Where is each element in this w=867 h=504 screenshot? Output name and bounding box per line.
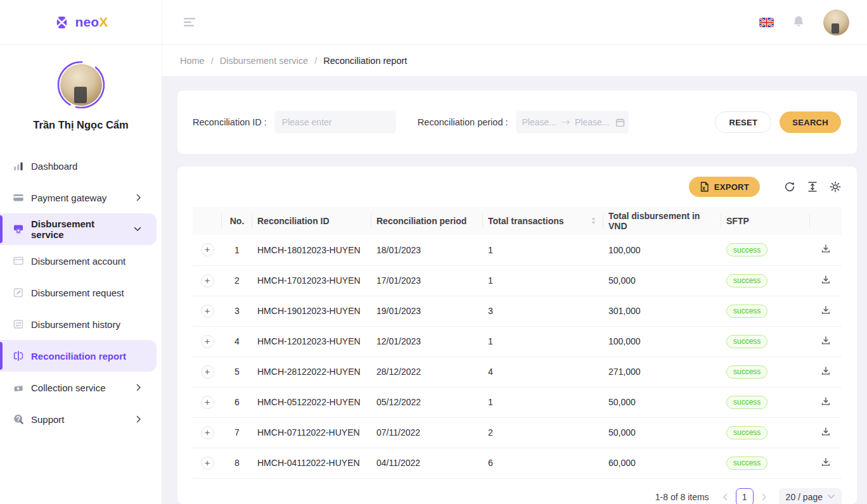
account-card-icon: [12, 255, 24, 267]
expand-row-button[interactable]: +: [201, 243, 214, 256]
search-button[interactable]: SEARCH: [780, 111, 841, 133]
sidebar-item-label: Collection service: [31, 382, 106, 393]
cell-no: 2: [222, 265, 252, 296]
chevron-down-icon: [134, 227, 141, 232]
cell-reconciliation-period: 05/12/2022: [371, 387, 483, 417]
sidebar-item-disbursement-account[interactable]: Disbursement account: [0, 245, 157, 277]
breadcrumb-disbursement-service[interactable]: Disbursement service: [220, 56, 308, 66]
cell-total-transactions: 3: [483, 296, 603, 326]
download-icon[interactable]: [821, 336, 831, 346]
expand-row-button[interactable]: +: [201, 365, 214, 379]
header-no: No.: [222, 207, 252, 235]
cell-no: 8: [222, 448, 252, 478]
sidebar-item-support[interactable]: Support: [0, 403, 157, 435]
period-end-placeholder: Please...: [575, 117, 609, 127]
sort-carets-icon[interactable]: [591, 217, 596, 227]
page-size-select[interactable]: 20 / page: [779, 488, 842, 504]
banknote-icon: [12, 382, 24, 393]
table-row: + 4 HMCH-12012023-HUYEN 12/01/2023 1 100…: [193, 326, 842, 356]
download-icon[interactable]: [821, 457, 831, 467]
download-icon[interactable]: [821, 275, 831, 285]
sidebar-item-collection-service[interactable]: Collection service: [0, 372, 157, 403]
header-expand: [193, 207, 222, 235]
cell-total-transactions: 4: [483, 356, 603, 387]
sftp-status-badge: success: [726, 396, 767, 409]
expand-row-button[interactable]: +: [201, 274, 214, 287]
sftp-status-badge: success: [726, 365, 767, 379]
cell-reconciliation-period: 18/01/2023: [371, 235, 483, 265]
reset-button[interactable]: RESET: [715, 111, 771, 133]
range-arrow-icon: [561, 120, 570, 125]
sidebar-item-payment-gateway[interactable]: Payment gateway: [0, 182, 157, 213]
expand-row-button[interactable]: +: [201, 305, 214, 318]
sidebar-item-label: Reconciliation report: [31, 351, 126, 362]
topbar-user-avatar[interactable]: [823, 9, 849, 35]
filter-panel: Reconciliation ID : Reconciliation perio…: [177, 91, 857, 154]
pagination-prev-icon[interactable]: [721, 493, 729, 501]
user-avatar[interactable]: [56, 60, 106, 110]
sidebar-item-dashboard[interactable]: Dashboard: [0, 150, 157, 182]
cell-reconciliation-period: 12/01/2023: [371, 326, 483, 356]
brand-logo-icon: [53, 14, 70, 31]
settings-gear-icon[interactable]: [824, 181, 847, 192]
cell-total-transactions: 1: [483, 326, 603, 356]
sidebar-item-disbursement-history[interactable]: Disbursement history: [0, 308, 157, 340]
cell-total-disbursement: 100,000: [603, 326, 721, 356]
cell-reconciliation-period: 07/11/2022: [371, 417, 483, 448]
sidebar-item-reconciliation-report[interactable]: Reconciliation report: [0, 340, 157, 372]
reload-icon[interactable]: [778, 181, 801, 192]
header-actions: [810, 207, 842, 235]
cell-total-transactions: 1: [483, 387, 603, 417]
download-icon[interactable]: [821, 244, 831, 254]
notification-bell-icon[interactable]: [791, 15, 806, 30]
cell-reconciliation-id: HMCH-28122022-HUYEN: [252, 356, 371, 387]
row-height-icon[interactable]: [801, 181, 824, 192]
sidebar-item-disbursement-request[interactable]: Disbursement request: [0, 277, 157, 308]
sidebar-item-label: Payment gateway: [31, 192, 106, 203]
page-size-value: 20 / page: [786, 492, 823, 502]
sidebar-collapse-icon[interactable]: [184, 18, 196, 27]
breadcrumb: Home / Disbursement service / Reconcilia…: [162, 45, 867, 76]
brand-logo[interactable]: neoX: [0, 0, 162, 45]
pagination-page-1[interactable]: 1: [736, 488, 754, 504]
download-icon[interactable]: [821, 427, 831, 437]
breadcrumb-separator: /: [314, 56, 317, 66]
cell-total-disbursement: 60,000: [603, 448, 721, 478]
breadcrumb-home[interactable]: Home: [180, 56, 205, 66]
pagination-next-icon[interactable]: [760, 493, 769, 501]
cell-reconciliation-period: 19/01/2023: [371, 296, 483, 326]
table-row: + 3 HMCH-19012023-HUYEN 19/01/2023 3 301…: [193, 296, 842, 326]
language-flag-uk-icon[interactable]: [759, 18, 774, 27]
sidebar-item-label: Disbursement service: [31, 218, 127, 240]
cell-reconciliation-id: HMCH-12012023-HUYEN: [252, 326, 371, 356]
table-toolbar: EXPORT: [193, 177, 842, 197]
cell-reconciliation-id: HMCH-18012023-HUYEN: [252, 235, 371, 265]
header-total-transactions[interactable]: Total transactions: [483, 207, 603, 235]
expand-row-button[interactable]: +: [201, 426, 214, 439]
download-icon[interactable]: [821, 366, 831, 376]
expand-row-button[interactable]: +: [201, 335, 214, 348]
reconciliation-period-range-picker[interactable]: Please... Please...: [516, 111, 629, 134]
cell-no: 5: [222, 356, 252, 387]
expand-row-button[interactable]: +: [201, 396, 214, 409]
sidebar-item-label: Support: [31, 414, 65, 425]
sidebar-item-disbursement-service[interactable]: Disbursement service: [0, 213, 157, 245]
cell-reconciliation-id: HMCH-04112022-HUYEN: [252, 448, 371, 478]
sidebar-item-label: Disbursement account: [31, 256, 125, 267]
reconciliation-report-icon: [12, 350, 24, 362]
sftp-status-badge: success: [726, 243, 767, 256]
sftp-status-badge: success: [726, 426, 767, 439]
topbar: [162, 0, 867, 45]
download-icon[interactable]: [821, 396, 831, 406]
cell-total-disbursement: 100,000: [603, 235, 721, 265]
reconciliation-table-panel: EXPORT: [177, 167, 857, 504]
cell-total-transactions: 1: [483, 265, 603, 296]
cell-no: 3: [222, 296, 252, 326]
reconciliation-id-input[interactable]: [274, 111, 396, 134]
download-icon[interactable]: [821, 305, 831, 315]
cell-total-disbursement: 50,000: [603, 265, 721, 296]
expand-row-button[interactable]: +: [201, 457, 214, 470]
sidebar-nav: Dashboard Payment gateway: [0, 150, 162, 435]
export-button[interactable]: EXPORT: [689, 177, 760, 197]
export-file-icon: [700, 182, 709, 192]
